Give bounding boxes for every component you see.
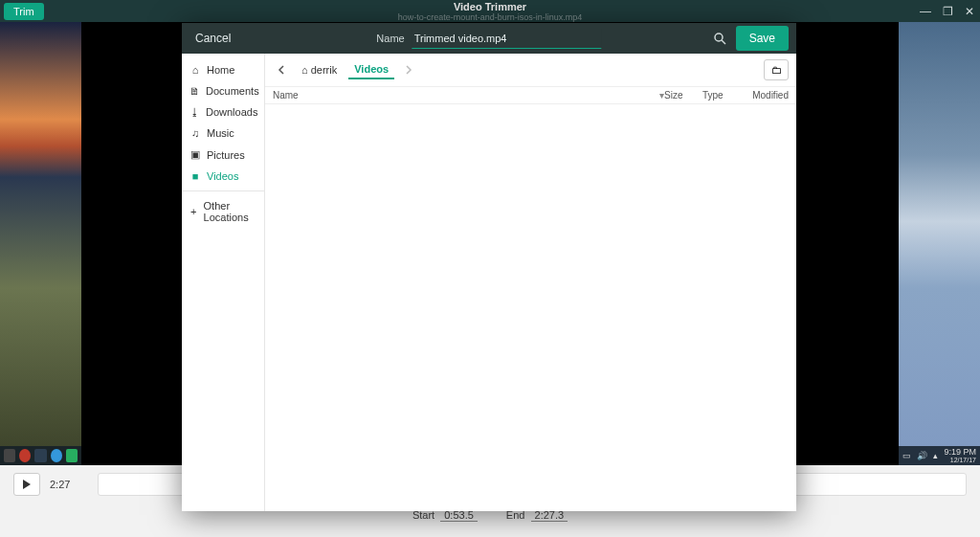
tray-chevron-icon[interactable]: ▴ (933, 451, 938, 460)
svg-line-1 (722, 40, 725, 44)
app-subtitle: how-to-create-mount-and-burn-isos-in-lin… (398, 12, 583, 22)
minimize-icon[interactable]: — (920, 5, 931, 18)
trim-button[interactable]: Trim (4, 3, 44, 20)
search-button[interactable] (713, 32, 726, 45)
play-icon (22, 480, 32, 489)
save-dialog: Cancel Name Save ⌂ Home 🗎 Documents ⭳ Do… (182, 23, 796, 511)
sidebar-item-other-locations[interactable]: + Other Locations (182, 195, 264, 228)
download-icon: ⭳ (189, 106, 200, 118)
desktop-left-strip (0, 22, 81, 465)
new-folder-icon: 🗀 (771, 64, 782, 76)
sidebar-item-label: Other Locations (204, 200, 256, 223)
breadcrumb-folder[interactable]: Videos (348, 60, 394, 79)
sidebar-item-downloads[interactable]: ⭳ Downloads (182, 101, 264, 123)
taskbar-right: ▭ 🔊 ▴ 9:19 PM 12/17/17 (899, 446, 980, 465)
column-type[interactable]: Type (702, 90, 741, 101)
home-icon: ⌂ (301, 64, 308, 76)
current-time: 2:27 (50, 479, 88, 490)
dialog-header: Cancel Name Save (182, 23, 796, 54)
sidebar-item-label: Pictures (207, 149, 245, 161)
sidebar-item-documents[interactable]: 🗎 Documents (182, 80, 264, 101)
breadcrumb-home[interactable]: ⌂ derrik (296, 61, 343, 78)
plus-icon: + (189, 206, 198, 217)
clock-time: 9:19 PM (944, 448, 976, 457)
taskbar-icon[interactable] (19, 449, 31, 462)
clock-date: 12/17/17 (944, 457, 976, 463)
new-folder-button[interactable]: 🗀 (764, 59, 789, 80)
desktop-right-strip: ▭ 🔊 ▴ 9:19 PM 12/17/17 (899, 22, 980, 465)
file-list[interactable] (265, 104, 796, 511)
taskbar-clock[interactable]: 9:19 PM 12/17/17 (944, 448, 976, 463)
titlebar-center: Video Trimmer how-to-create-mount-and-bu… (398, 1, 583, 22)
column-headers: Name ▾ Size Type Modified (265, 86, 796, 104)
app-title: Video Trimmer (398, 1, 583, 12)
nav-back-button[interactable] (273, 63, 290, 77)
search-icon (713, 32, 726, 45)
nav-forward-button[interactable] (400, 63, 417, 77)
video-icon: ■ (189, 170, 201, 182)
taskbar-icon[interactable] (51, 449, 62, 462)
column-name[interactable]: Name ▾ (273, 90, 664, 101)
volume-icon[interactable]: 🔊 (917, 451, 927, 460)
main-toolbar: Trim Video Trimmer how-to-create-mount-a… (0, 0, 980, 22)
taskbar-icon[interactable] (4, 449, 15, 462)
breadcrumb-user: derrik (311, 64, 338, 76)
sidebar-item-home[interactable]: ⌂ Home (182, 59, 264, 80)
chevron-right-icon (405, 65, 412, 75)
sidebar-item-label: Home (207, 64, 234, 76)
play-button[interactable] (13, 473, 40, 496)
maximize-icon[interactable]: ❐ (943, 5, 953, 18)
column-modified[interactable]: Modified (741, 90, 789, 101)
sidebar-item-music[interactable]: ♫ Music (182, 123, 264, 144)
taskbar-left (0, 446, 81, 465)
places-sidebar: ⌂ Home 🗎 Documents ⭳ Downloads ♫ Music ▣… (182, 54, 265, 511)
sidebar-item-pictures[interactable]: ▣ Pictures (182, 144, 264, 166)
close-icon[interactable]: ✕ (965, 5, 974, 18)
sidebar-item-label: Downloads (206, 106, 257, 118)
taskbar-icon[interactable] (34, 449, 46, 462)
sidebar-item-label: Documents (206, 85, 259, 97)
music-icon: ♫ (189, 127, 201, 139)
svg-point-0 (715, 34, 723, 41)
file-pane: ⌂ derrik Videos 🗀 Name ▾ Size Type Mod (265, 54, 796, 511)
sidebar-item-label: Music (207, 127, 234, 139)
chevron-left-icon (278, 65, 285, 75)
taskbar-icon[interactable] (66, 449, 78, 462)
column-size[interactable]: Size (664, 90, 702, 101)
save-button[interactable]: Save (736, 26, 789, 51)
sidebar-item-videos[interactable]: ■ Videos (182, 166, 264, 187)
document-icon: 🗎 (189, 85, 200, 97)
sidebar-item-label: Videos (207, 170, 238, 182)
name-label: Name (376, 33, 404, 44)
home-icon: ⌂ (189, 64, 201, 76)
tray-icon[interactable]: ▭ (902, 451, 911, 460)
sidebar-separator (182, 190, 264, 191)
breadcrumb: ⌂ derrik Videos 🗀 (265, 54, 796, 86)
window-controls: — ❐ ✕ (920, 5, 974, 18)
filename-input[interactable] (412, 29, 602, 49)
column-name-label: Name (273, 90, 299, 101)
pictures-icon: ▣ (189, 148, 201, 161)
cancel-button[interactable]: Cancel (189, 28, 236, 49)
